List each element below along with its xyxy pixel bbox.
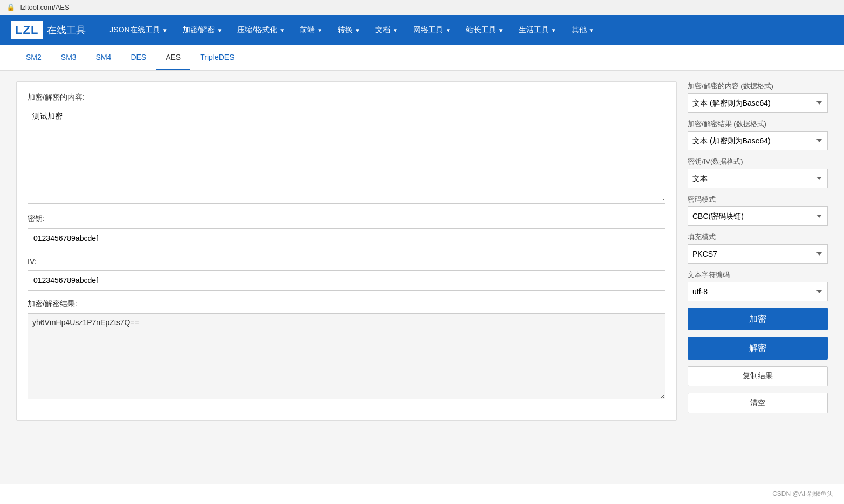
tabs-list: SM2 SM3 SM4 DES AES TripleDES: [16, 45, 828, 70]
tab-aes[interactable]: AES: [156, 45, 190, 70]
result-format-label: 加密/解密结果 (数据格式): [688, 119, 828, 129]
cipher-mode-select[interactable]: CBC(密码块链) ECB CTR CFB OFB: [688, 206, 828, 226]
nav-item-frontend[interactable]: 前端 ▼: [292, 15, 330, 45]
tab-tripledes[interactable]: TripleDES: [190, 45, 244, 70]
result-format-select[interactable]: 文本 (加密则为Base64) Base64 Hex: [688, 131, 828, 150]
dropdown-arrow: ▼: [217, 27, 222, 33]
left-panel: 加密/解密的内容: 测试加密 密钥: IV: 加密/解密结果: yh6VmHp4…: [16, 81, 677, 421]
nav-item-docs[interactable]: 文档 ▼: [368, 15, 406, 45]
nav-item-json[interactable]: JSON在线工具 ▼: [102, 15, 175, 45]
cipher-mode-label: 密码模式: [688, 195, 828, 204]
url-text: lzltool.com/AES: [20, 3, 70, 11]
key-format-group: 密钥/IV(数据格式) 文本 Base64 Hex: [688, 157, 828, 188]
address-bar: 🔒 lzltool.com/AES: [0, 0, 844, 15]
tab-sm4[interactable]: SM4: [86, 45, 121, 70]
padding-group: 填充模式 PKCS7 ZeroPadding NoPadding Iso1012…: [688, 232, 828, 264]
address-icon: 🔒: [6, 3, 15, 11]
content-format-select[interactable]: 文本 (解密则为Base64) Base64 Hex: [688, 93, 828, 113]
content-format-label: 加密/解密的内容 (数据格式): [688, 81, 828, 91]
dropdown-arrow: ▼: [498, 27, 504, 33]
key-format-select[interactable]: 文本 Base64 Hex: [688, 169, 828, 188]
tab-sm2[interactable]: SM2: [16, 45, 51, 70]
nav-item-encrypt[interactable]: 加密/解密 ▼: [175, 15, 230, 45]
nav-menu: JSON在线工具 ▼ 加密/解密 ▼ 压缩/格式化 ▼ 前端 ▼ 转换 ▼ 文档…: [102, 15, 601, 45]
clear-button[interactable]: 清空: [688, 393, 828, 413]
top-nav: LZL 在线工具 JSON在线工具 ▼ 加密/解密 ▼ 压缩/格式化 ▼ 前端 …: [0, 15, 844, 45]
dropdown-arrow: ▼: [355, 27, 360, 33]
tab-sm3[interactable]: SM3: [51, 45, 86, 70]
iv-group: IV:: [28, 257, 665, 291]
key-label: 密钥:: [28, 214, 665, 224]
key-group: 密钥:: [28, 214, 665, 248]
dropdown-arrow: ▼: [393, 27, 398, 33]
dropdown-arrow: ▼: [317, 27, 322, 33]
main-content: 加密/解密的内容: 测试加密 密钥: IV: 加密/解密结果: yh6VmHp4…: [0, 71, 844, 432]
content-label: 加密/解密的内容:: [28, 93, 665, 102]
content-textarea[interactable]: 测试加密: [28, 107, 665, 204]
encoding-label: 文本字符编码: [688, 270, 828, 280]
nav-item-webmaster[interactable]: 站长工具 ▼: [458, 15, 511, 45]
nav-item-other[interactable]: 其他 ▼: [564, 15, 602, 45]
decrypt-button[interactable]: 解密: [688, 337, 828, 360]
iv-label: IV:: [28, 257, 665, 266]
result-textarea[interactable]: yh6VmHp4Usz1P7nEpZts7Q==: [28, 313, 665, 399]
key-format-label: 密钥/IV(数据格式): [688, 157, 828, 167]
nav-item-compress[interactable]: 压缩/格式化 ▼: [230, 15, 292, 45]
nav-item-network[interactable]: 网络工具 ▼: [406, 15, 458, 45]
encoding-group: 文本字符编码 utf-8 gbk latin1: [688, 270, 828, 301]
padding-label: 填充模式: [688, 232, 828, 242]
dropdown-arrow: ▼: [445, 27, 451, 33]
padding-select[interactable]: PKCS7 ZeroPadding NoPadding Iso10126 Iso…: [688, 244, 828, 264]
content-format-group: 加密/解密的内容 (数据格式) 文本 (解密则为Base64) Base64 H…: [688, 81, 828, 113]
result-label: 加密/解密结果:: [28, 299, 665, 309]
key-input[interactable]: [28, 228, 665, 248]
tab-des[interactable]: DES: [121, 45, 156, 70]
content-group: 加密/解密的内容: 测试加密: [28, 93, 665, 205]
nav-item-life[interactable]: 生活工具 ▼: [511, 15, 564, 45]
tabs-section: SM2 SM3 SM4 DES AES TripleDES: [0, 45, 844, 71]
logo: LZL: [11, 21, 43, 39]
cipher-mode-group: 密码模式 CBC(密码块链) ECB CTR CFB OFB: [688, 195, 828, 226]
encoding-select[interactable]: utf-8 gbk latin1: [688, 282, 828, 301]
copy-result-button[interactable]: 复制结果: [688, 366, 828, 386]
encrypt-button[interactable]: 加密: [688, 308, 828, 330]
dropdown-arrow: ▼: [589, 27, 594, 33]
nav-item-convert[interactable]: 转换 ▼: [330, 15, 368, 45]
dropdown-arrow: ▼: [279, 27, 285, 33]
site-name: 在线工具: [47, 24, 86, 37]
iv-input[interactable]: [28, 270, 665, 291]
result-group: 加密/解密结果: yh6VmHp4Usz1P7nEpZts7Q==: [28, 299, 665, 401]
right-panel: 加密/解密的内容 (数据格式) 文本 (解密则为Base64) Base64 H…: [688, 81, 828, 413]
result-format-group: 加密/解密结果 (数据格式) 文本 (加密则为Base64) Base64 He…: [688, 119, 828, 150]
dropdown-arrow: ▼: [162, 27, 168, 33]
dropdown-arrow: ▼: [551, 27, 557, 33]
